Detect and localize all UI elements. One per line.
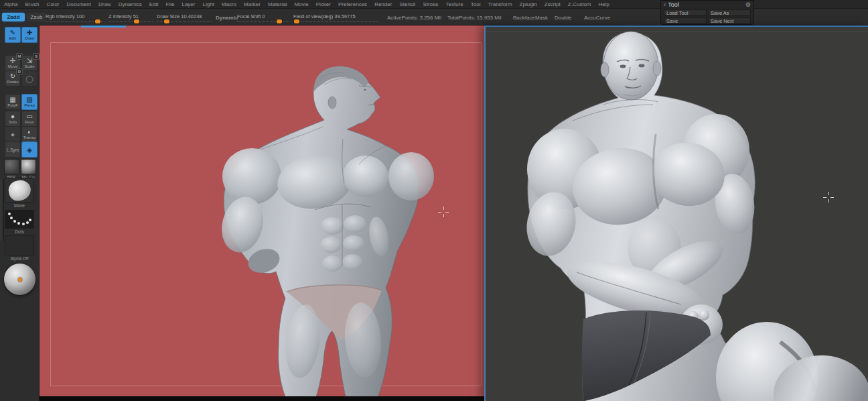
bodybuilder-sculpt-figure <box>39 25 485 401</box>
circle-icon: ◯ <box>25 75 33 82</box>
menu-item[interactable]: Alpha <box>4 1 17 7</box>
menu-item[interactable]: Transform <box>488 1 512 7</box>
figure-body <box>216 66 434 397</box>
menu-item[interactable]: Draw <box>98 1 111 7</box>
edit-label: Edit <box>9 36 16 41</box>
reference-image-overlay[interactable] <box>484 25 868 401</box>
slider-handle[interactable] <box>95 19 100 23</box>
field-of-view-slider[interactable]: Field of view(deg) 39.59775 <box>293 13 378 22</box>
scale-mode-button[interactable]: S ⇲ Scale <box>21 55 38 71</box>
wireframe-icon: ▦ <box>9 96 15 103</box>
menu-item[interactable]: Tool <box>471 1 481 7</box>
rotate-label: Rotate <box>7 80 19 84</box>
local-symmetry-button[interactable]: L.Sym <box>5 141 21 158</box>
edit-mode-button[interactable]: ✎ Edit <box>5 27 21 43</box>
menu-item[interactable]: Movie <box>294 1 308 7</box>
menu-item[interactable]: Z.Custom <box>568 1 591 7</box>
rotate-mode-button[interactable]: R ↻ Rotate <box>5 70 21 87</box>
menu-item[interactable]: Color <box>46 1 59 7</box>
material-slot[interactable]: My_Cu <box>20 159 36 180</box>
draw-cross-icon: ✚ <box>27 29 32 36</box>
persp-label: Persp <box>24 103 35 108</box>
material-sphere-button[interactable]: ● <box>5 126 21 142</box>
menu-item[interactable]: Zscript <box>545 1 561 7</box>
menu-item[interactable]: Brush <box>25 1 39 7</box>
brush-thumbnail[interactable] <box>5 178 34 203</box>
menu-item[interactable]: Material <box>268 1 287 7</box>
save-next-button[interactable]: Save Next <box>708 17 751 24</box>
texture-thumbnail[interactable] <box>4 159 19 174</box>
menu-item[interactable]: Macro <box>222 1 236 7</box>
slider-handle[interactable] <box>134 19 139 23</box>
alpha-name-label: Alpha Off <box>5 255 34 262</box>
menu-item[interactable]: Render <box>374 1 392 7</box>
transparency-icon: ◐ <box>27 128 31 135</box>
menu-item[interactable]: Picker <box>316 1 331 7</box>
menu-item[interactable]: Stencil <box>399 1 415 7</box>
menu-item[interactable]: Preferences <box>338 1 367 7</box>
scale-hotkey-badge: S <box>33 53 40 60</box>
polyframe-button[interactable]: ▦ PolyF <box>5 94 21 110</box>
menu-item[interactable]: Edit <box>149 1 159 7</box>
transparency-button[interactable]: ◐ Transp <box>21 126 38 142</box>
symmetry-icon-button[interactable]: ◈ <box>21 141 38 158</box>
brush-circle-button[interactable]: ◯ <box>21 70 38 87</box>
canvas-bottom-strip <box>39 396 485 401</box>
rotate-icon: ↻ <box>10 72 15 80</box>
texture-slot[interactable]: BPR <box>3 159 19 180</box>
current-brush-slot[interactable]: Move <box>5 178 34 209</box>
menu-item[interactable]: Marker <box>244 1 261 7</box>
tool-panel: ‹ Tool ⚙ Load Tool Save As Save Save Nex… <box>660 0 754 25</box>
menu-item[interactable]: Stroke <box>423 1 438 7</box>
color-picker-cursor <box>18 278 22 282</box>
menu-item[interactable]: Light <box>202 1 214 7</box>
stroke-thumbnail[interactable] <box>5 210 34 229</box>
floor-icon: ▭ <box>26 113 32 120</box>
color-picker-sphere[interactable] <box>4 264 35 295</box>
backfacemask-toggle[interactable]: BackfaceMask <box>513 15 548 21</box>
menu-item[interactable]: Layer <box>182 1 195 7</box>
tray-divider-handle[interactable] <box>1 179 4 241</box>
menu-item[interactable]: File <box>166 1 175 7</box>
z-intensity-slider[interactable]: Z Intensity 51 <box>108 13 153 22</box>
menu-item[interactable]: Help <box>599 1 609 7</box>
scale-icon: ⇲ <box>27 57 32 64</box>
solo-button[interactable]: ● Solo <box>5 111 21 127</box>
transp-label: Transp <box>23 135 35 140</box>
zsub-button[interactable]: Zsub <box>27 13 46 21</box>
document-canvas[interactable] <box>39 25 485 401</box>
solo-label: Solo <box>9 120 17 125</box>
stroke-name-label: Dots <box>5 229 34 235</box>
menu-item[interactable]: Document <box>67 1 91 7</box>
slider-handle[interactable] <box>164 19 169 23</box>
collapse-arrow-icon[interactable]: ‹ <box>664 1 666 8</box>
current-alpha-slot[interactable]: Alpha Off <box>5 235 34 262</box>
menu-item[interactable]: Dynamics <box>119 1 142 7</box>
brush-blob-preview <box>7 178 33 203</box>
current-stroke-slot[interactable]: Dots <box>5 210 34 235</box>
slider-handle[interactable] <box>294 19 299 23</box>
draw-mode-button[interactable]: ✚ Draw <box>21 27 38 43</box>
load-tool-button[interactable]: Load Tool <box>664 9 707 16</box>
floor-grid-button[interactable]: ▭ Floor <box>21 111 38 127</box>
focal-shift-slider[interactable]: Focal Shift 0 <box>237 13 289 22</box>
perspective-button[interactable]: ▨ Persp <box>21 94 38 110</box>
sphere-icon: ● <box>11 113 15 120</box>
menu-item[interactable]: Zplugin <box>520 1 537 7</box>
double-toggle[interactable]: Double <box>555 15 571 21</box>
alpha-thumbnail[interactable] <box>5 235 34 255</box>
brush-name-label: Move <box>5 203 34 209</box>
accucurve-toggle[interactable]: AccuCurve <box>584 15 610 21</box>
draw-size-slider[interactable]: Draw Size 10.40248 <box>157 13 212 22</box>
gear-icon[interactable]: ⚙ <box>745 1 751 8</box>
slider-handle[interactable] <box>277 19 282 23</box>
material-thumbnail[interactable] <box>21 159 36 174</box>
floor-label: Floor <box>25 120 34 125</box>
rgb-intensity-slider[interactable]: Rgb Intensity 100 <box>46 13 104 22</box>
reference-bodybuilder-figure <box>486 27 868 401</box>
dynamic-toggle[interactable]: Dynamic <box>216 15 238 21</box>
save-as-button[interactable]: Save As <box>708 9 751 16</box>
save-button[interactable]: Save <box>664 17 707 24</box>
zadd-button[interactable]: Zadd <box>2 13 25 21</box>
menu-item[interactable]: Texture <box>446 1 463 7</box>
